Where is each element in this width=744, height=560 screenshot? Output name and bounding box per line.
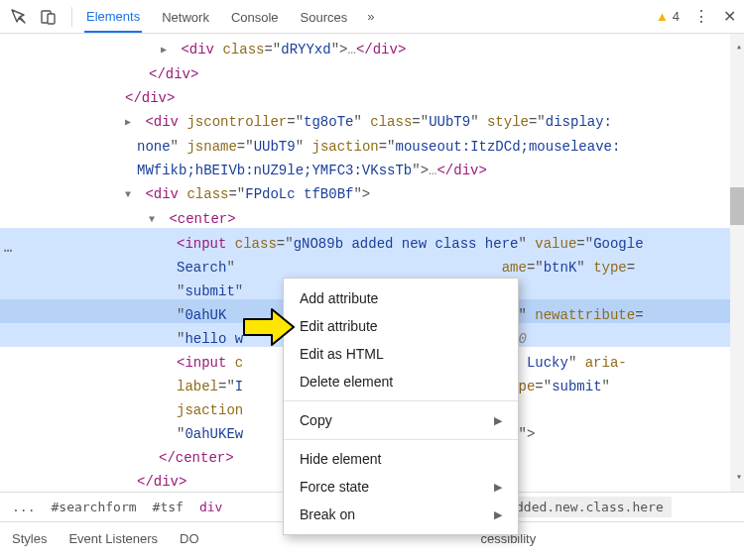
- warning-counter[interactable]: ▲ 4: [656, 9, 680, 24]
- tab-sources[interactable]: Sources: [299, 2, 350, 32]
- ctx-separator: [284, 439, 518, 440]
- submenu-arrow-icon: ▶: [494, 508, 502, 521]
- dom-node-close[interactable]: </div>: [137, 474, 186, 490]
- dom-node-close[interactable]: </div>: [125, 90, 175, 106]
- ctx-delete-element[interactable]: Delete element: [284, 368, 518, 395]
- toolbar-right: ▲ 4 ⋮ ✕: [656, 7, 736, 26]
- expand-icon[interactable]: ▶: [125, 111, 137, 135]
- device-toggle-icon[interactable]: [38, 6, 60, 28]
- submenu-arrow-icon: ▶: [494, 414, 502, 427]
- tab-console[interactable]: Console: [229, 2, 281, 32]
- ctx-separator: [284, 400, 518, 401]
- breadcrumb-overflow[interactable]: ...: [12, 500, 35, 514]
- breadcrumb-current[interactable]: .added.new.class.here: [492, 497, 671, 517]
- inspect-icon[interactable]: [8, 6, 30, 28]
- tab-elements[interactable]: Elements: [84, 1, 142, 33]
- tab-event-listeners[interactable]: Event Listeners: [68, 531, 158, 546]
- dom-node[interactable]: <input: [177, 355, 235, 371]
- devtools-toolbar: Elements Network Console Sources » ▲ 4 ⋮…: [0, 0, 744, 34]
- breadcrumb-item[interactable]: #tsf: [153, 500, 184, 514]
- collapse-icon[interactable]: ▼: [125, 183, 137, 207]
- dom-node[interactable]: <div: [181, 42, 222, 57]
- submenu-arrow-icon: ▶: [494, 481, 502, 494]
- scroll-down-icon[interactable]: ▾: [736, 466, 742, 490]
- dom-node[interactable]: <center>: [169, 211, 235, 227]
- warning-icon: ▲: [656, 9, 669, 24]
- ctx-add-attribute[interactable]: Add attribute: [284, 284, 518, 312]
- ctx-force-state[interactable]: Force state▶: [284, 473, 518, 501]
- dom-node[interactable]: <div: [145, 114, 186, 130]
- scrollbar-thumb[interactable]: [730, 187, 744, 225]
- expand-icon[interactable]: ▶: [161, 39, 173, 62]
- toolbar-separator: [71, 7, 72, 27]
- ctx-break-on[interactable]: Break on▶: [284, 501, 518, 528]
- tab-styles[interactable]: Styles: [12, 531, 47, 546]
- breadcrumb-item[interactable]: div: [199, 500, 222, 514]
- scroll-up-icon[interactable]: ▴: [736, 36, 742, 59]
- ctx-hide-element[interactable]: Hide element: [284, 445, 518, 473]
- dom-node-selected[interactable]: <input: [177, 236, 235, 252]
- close-icon[interactable]: ✕: [723, 7, 736, 26]
- ctx-copy[interactable]: Copy▶: [284, 406, 518, 434]
- devtools-tabs: Elements Network Console Sources »: [84, 1, 375, 32]
- dom-node-close[interactable]: </div>: [149, 66, 198, 82]
- scrollbar-track[interactable]: ▴ ▾: [730, 34, 744, 492]
- tab-network[interactable]: Network: [160, 2, 211, 32]
- context-menu: Add attribute Edit attribute Edit as HTM…: [283, 278, 519, 535]
- ctx-edit-attribute[interactable]: Edit attribute: [284, 312, 518, 340]
- svg-rect-1: [48, 14, 55, 24]
- tab-dom-breakpoints[interactable]: DO: [180, 531, 199, 546]
- collapse-icon[interactable]: ▼: [149, 208, 161, 232]
- dom-node[interactable]: <div: [145, 186, 186, 202]
- warning-count: 4: [673, 9, 680, 24]
- ctx-edit-as-html[interactable]: Edit as HTML: [284, 340, 518, 368]
- dom-node-close[interactable]: </center>: [159, 450, 234, 466]
- breadcrumb-item[interactable]: #searchform: [51, 500, 136, 514]
- settings-menu-icon[interactable]: ⋮: [693, 7, 709, 26]
- more-tabs-icon[interactable]: »: [367, 9, 374, 24]
